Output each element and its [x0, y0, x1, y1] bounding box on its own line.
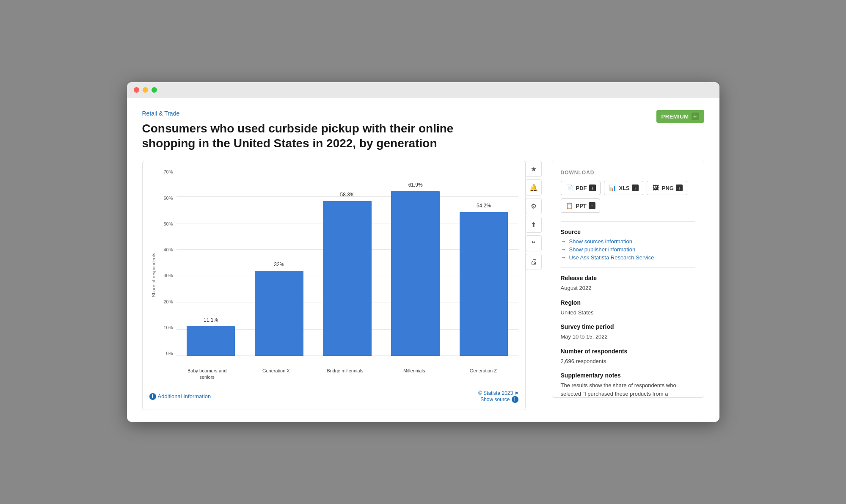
arrow-icon: →: [561, 254, 567, 261]
info-icon: i: [149, 393, 156, 400]
breadcrumb[interactable]: Retail & Trade: [142, 110, 704, 117]
titlebar: [127, 82, 719, 98]
close-dot[interactable]: [134, 87, 139, 93]
release-date-section: Release date August 2022: [561, 275, 695, 292]
y-axis: 0%10%20%30%40%50%60%70%: [158, 170, 173, 356]
bars-area: 11.1%32%58.3%61.9%54.2%: [176, 170, 518, 364]
bar[interactable]: 58.3%: [323, 201, 372, 356]
download-ppt-button[interactable]: 📋PPT+: [561, 198, 600, 213]
source-label: Source: [561, 229, 695, 235]
png-icon: 🖼: [651, 184, 660, 192]
x-axis-label: Millennials: [383, 368, 445, 380]
premium-plus-icon: +: [692, 113, 699, 120]
x-axis-label: Baby boomers andseniors: [176, 368, 238, 380]
share-toolbar-button[interactable]: ⬆: [526, 217, 542, 233]
ppt-icon: 📋: [565, 201, 574, 210]
y-axis-label: 20%: [158, 300, 173, 304]
x-axis-label: Generation Z: [452, 368, 514, 380]
source-link-label: Show publisher information: [569, 246, 636, 253]
chart-section: Share of respondents 0%10%20%30%40%50%60…: [142, 161, 542, 410]
download-label: XLS: [619, 185, 630, 191]
download-pdf-button[interactable]: 📄PDF+: [561, 181, 601, 195]
settings-toolbar-button[interactable]: ⚙: [526, 198, 542, 214]
bar-value-label: 54.2%: [477, 203, 491, 209]
bar-group: 58.3%: [317, 170, 378, 356]
y-axis-label: 30%: [158, 273, 173, 278]
survey-period-label: Survey time period: [561, 323, 695, 330]
page-content: PREMIUM + Retail & Trade Consumers who u…: [127, 98, 719, 422]
release-date-value: August 2022: [561, 284, 695, 292]
download-png-button[interactable]: 🖼PNG+: [647, 181, 687, 195]
region-label: Region: [561, 299, 695, 306]
source-links: →Show sources information→Show publisher…: [561, 238, 695, 261]
respondents-label: Number of respondents: [561, 348, 695, 355]
chart-right-footer: © Statista 2023 ⚑ Show source i: [478, 390, 518, 403]
download-label: PNG: [662, 185, 674, 191]
y-axis-label: 40%: [158, 248, 173, 252]
region-value: United States: [561, 308, 695, 317]
region-section: Region United States: [561, 299, 695, 317]
release-date-label: Release date: [561, 275, 695, 281]
chart-footer: i Additional Information © Statista 2023…: [149, 387, 518, 403]
bars-wrapper: 11.1%32%58.3%61.9%54.2%: [176, 170, 518, 356]
bar-value-label: 61.9%: [408, 182, 423, 188]
source-info-icon: i: [512, 396, 518, 403]
bar-value-label: 11.1%: [204, 317, 218, 323]
right-panel: DOWNLOAD 📄PDF+📊XLS+🖼PNG+📋PPT+ Source →Sh…: [552, 161, 704, 398]
flag-icon: ⚑: [515, 391, 518, 396]
bar[interactable]: 61.9%: [391, 191, 440, 356]
bar-value-label: 32%: [274, 262, 284, 267]
survey-period-section: Survey time period May 10 to 15, 2022: [561, 323, 695, 341]
y-axis-label: 70%: [158, 170, 173, 174]
bar[interactable]: 54.2%: [460, 212, 508, 356]
download-plus-icon: +: [589, 185, 596, 191]
y-axis-label: 50%: [158, 222, 173, 226]
page-title: Consumers who used curbside pickup with …: [142, 121, 489, 151]
respondents-value: 2,696 respondents: [561, 357, 695, 366]
bar-value-label: 58.3%: [340, 192, 354, 198]
x-axis-label: Bridge millennials: [314, 368, 376, 380]
divider-1: [561, 221, 695, 222]
download-plus-icon: +: [676, 185, 683, 191]
source-link[interactable]: →Show publisher information: [561, 246, 695, 253]
chart-body: 0%10%20%30%40%50%60%70% 11.1%32%58.3%61.…: [158, 170, 518, 380]
download-section: DOWNLOAD 📄PDF+📊XLS+🖼PNG+📋PPT+: [561, 170, 695, 213]
bar[interactable]: 11.1%: [187, 326, 235, 356]
source-link-label: Use Ask Statista Research Service: [569, 254, 654, 261]
bar-group: 61.9%: [385, 170, 446, 356]
chart-inner: Share of respondents 0%10%20%30%40%50%60…: [149, 170, 518, 380]
minimize-dot[interactable]: [143, 87, 148, 93]
notes-value: The results show the share of respondent…: [561, 381, 695, 398]
download-buttons: 📄PDF+📊XLS+🖼PNG+📋PPT+: [561, 181, 695, 213]
show-source-link[interactable]: Show source i: [478, 396, 518, 403]
statista-credit[interactable]: © Statista 2023 ⚑: [478, 390, 518, 396]
bar-group: 54.2%: [453, 170, 514, 356]
premium-button[interactable]: PREMIUM +: [656, 110, 704, 123]
source-link[interactable]: →Show sources information: [561, 238, 695, 245]
arrow-icon: →: [561, 246, 567, 253]
bell-toolbar-button[interactable]: 🔔: [526, 179, 542, 196]
print-toolbar-button[interactable]: 🖨: [526, 254, 542, 270]
chart-container: Share of respondents 0%10%20%30%40%50%60…: [142, 161, 526, 410]
download-title: DOWNLOAD: [561, 170, 695, 176]
quote-toolbar-button[interactable]: ❝: [526, 235, 542, 251]
bar-group: 11.1%: [181, 170, 241, 356]
source-link-label: Show sources information: [569, 238, 633, 245]
additional-info-link[interactable]: i Additional Information: [149, 393, 211, 400]
xls-icon: 📊: [609, 184, 617, 192]
maximize-dot[interactable]: [152, 87, 157, 93]
y-axis-title: Share of respondents: [151, 253, 156, 297]
download-plus-icon: +: [632, 185, 639, 191]
bar[interactable]: 32%: [255, 271, 303, 356]
star-toolbar-button[interactable]: ★: [526, 161, 542, 177]
source-link[interactable]: →Use Ask Statista Research Service: [561, 254, 695, 261]
x-labels: Baby boomers andseniorsGeneration XBridg…: [158, 364, 518, 380]
survey-period-value: May 10 to 15, 2022: [561, 333, 695, 341]
download-xls-button[interactable]: 📊XLS+: [604, 181, 643, 195]
respondents-section: Number of respondents 2,696 respondents: [561, 348, 695, 366]
y-axis-label: 0%: [158, 351, 173, 356]
bar-group: 32%: [249, 170, 309, 356]
main-layout: Share of respondents 0%10%20%30%40%50%60…: [142, 161, 704, 410]
additional-info-label: Additional Information: [158, 393, 211, 399]
download-plus-icon: +: [589, 202, 595, 209]
